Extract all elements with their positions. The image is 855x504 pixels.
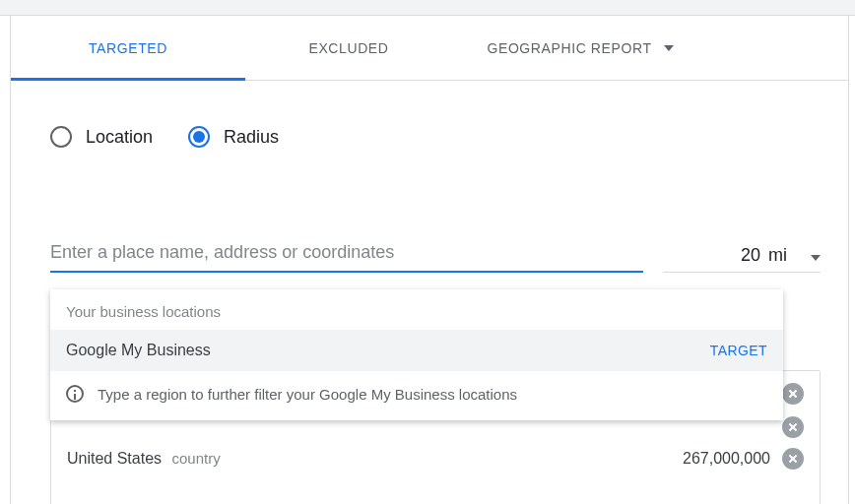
radio-icon [50,126,72,148]
tab-targeted[interactable]: TARGETED [11,16,245,80]
top-strip [0,0,855,16]
chevron-down-icon [664,45,674,51]
location-reach: 267,000,000 [683,450,770,468]
remove-location-button[interactable] [782,383,804,405]
tabs: TARGETED EXCLUDED GEOGRAPHIC REPORT [11,16,848,81]
place-input[interactable] [50,236,643,273]
dropdown-hint: Type a region to further filter your Goo… [50,371,783,420]
target-action[interactable]: TARGET [710,343,767,358]
table-row: United States country 267,000,000 [51,438,820,479]
radio-label: Location [86,127,153,148]
input-row: 20 mi [50,236,821,273]
body-area: Location Radius 20 mi [11,81,848,273]
distance-select[interactable]: 20 mi [663,245,821,273]
remove-location-button[interactable] [782,416,804,438]
remove-location-button[interactable] [782,448,804,470]
distance-value: 20 [663,245,760,266]
location-panel: TARGETED EXCLUDED GEOGRAPHIC REPORT Loca… [10,16,849,504]
location-name: United States country [67,450,683,468]
radio-icon-selected [188,126,210,148]
radio-radius[interactable]: Radius [188,126,279,148]
chevron-down-icon [811,255,821,261]
tab-geographic-report[interactable]: GEOGRAPHIC REPORT [452,16,708,80]
tab-label: TARGETED [89,40,167,56]
dropdown-header: Your business locations [50,289,783,330]
dropdown-hint-text: Type a region to further filter your Goo… [98,386,517,403]
info-icon [66,385,84,403]
distance-unit: mi [768,245,787,266]
radio-group: Location Radius [50,126,821,148]
tab-excluded[interactable]: EXCLUDED [245,16,452,80]
autocomplete-dropdown: Your business locations Google My Busine… [50,289,783,420]
tab-label: GEOGRAPHIC REPORT [487,40,651,56]
location-type: country [172,450,221,467]
dropdown-item-label: Google My Business [66,342,710,359]
tab-label: EXCLUDED [308,40,388,56]
radio-label: Radius [224,127,279,148]
dropdown-item-gmb[interactable]: Google My Business TARGET [50,330,783,371]
radio-location[interactable]: Location [50,126,153,148]
